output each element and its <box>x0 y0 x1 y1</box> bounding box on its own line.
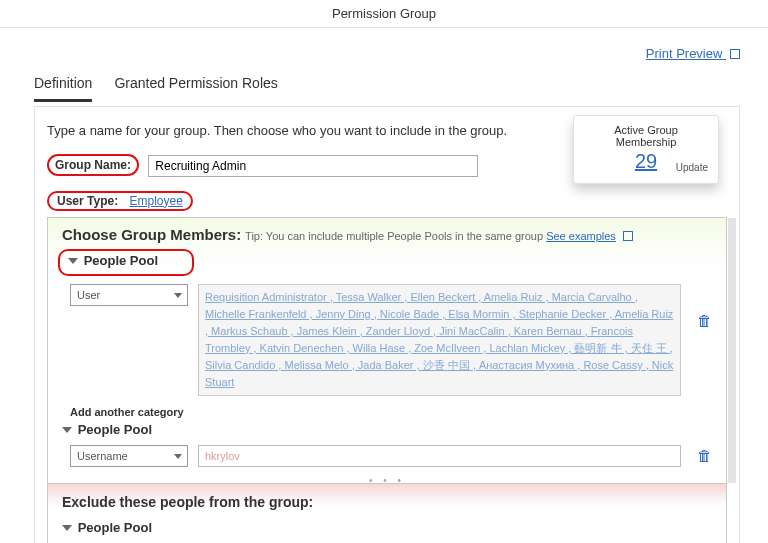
category-select-username[interactable]: Username <box>70 445 188 467</box>
choose-members-header: Choose Group Members: Tip: You can inclu… <box>48 218 726 245</box>
trash-icon[interactable]: 🗑 <box>697 447 712 464</box>
external-link-icon <box>623 231 633 241</box>
external-link-icon <box>730 49 740 59</box>
user-type-highlight: User Type: Employee <box>47 191 193 211</box>
category-select-user[interactable]: User <box>70 284 188 306</box>
group-name-input[interactable] <box>148 155 478 177</box>
chevron-down-icon <box>62 427 72 433</box>
scrollbar[interactable] <box>728 218 736 483</box>
people-pool-heading-2[interactable]: People Pool <box>62 422 726 437</box>
tab-definition[interactable]: Definition <box>34 75 92 102</box>
selected-users-box[interactable]: Requisition Administrator , Tessa Walker… <box>198 284 681 396</box>
group-name-label-highlight: Group Name: <box>47 154 139 176</box>
trash-icon[interactable]: 🗑 <box>697 312 712 329</box>
membership-update-link[interactable]: Update <box>676 162 708 173</box>
chevron-down-icon <box>68 258 78 264</box>
group-name-label: Group Name: <box>55 158 131 172</box>
definition-panel: Type a name for your group. Then choose … <box>34 106 740 543</box>
membership-count-link[interactable]: 29 <box>635 150 657 173</box>
tabs: Definition Granted Permission Roles <box>0 61 768 102</box>
see-examples-link[interactable]: See examples <box>546 230 616 242</box>
username-input[interactable] <box>198 445 681 467</box>
print-preview-link[interactable]: Print Preview <box>646 46 740 61</box>
page-title: Permission Group <box>0 0 768 28</box>
exclude-section: Exclude these people from the group: Peo… <box>47 484 727 543</box>
people-pool-heading-1[interactable]: People Pool <box>58 249 194 276</box>
chevron-down-icon <box>62 525 72 531</box>
resize-dots-icon[interactable]: • • • <box>48 475 726 483</box>
user-type-label: User Type: <box>57 194 118 208</box>
add-another-category-link[interactable]: Add another category <box>70 406 726 418</box>
choose-members-section: Choose Group Members: Tip: You can inclu… <box>47 217 727 484</box>
tab-granted-roles[interactable]: Granted Permission Roles <box>114 75 277 102</box>
user-type-value-link[interactable]: Employee <box>129 194 182 208</box>
membership-title: Active Group Membership <box>584 124 708 148</box>
people-pool-heading-exclude[interactable]: People Pool <box>62 520 726 535</box>
exclude-title: Exclude these people from the group: <box>48 484 726 516</box>
membership-card: Active Group Membership 29 Update <box>573 115 719 184</box>
